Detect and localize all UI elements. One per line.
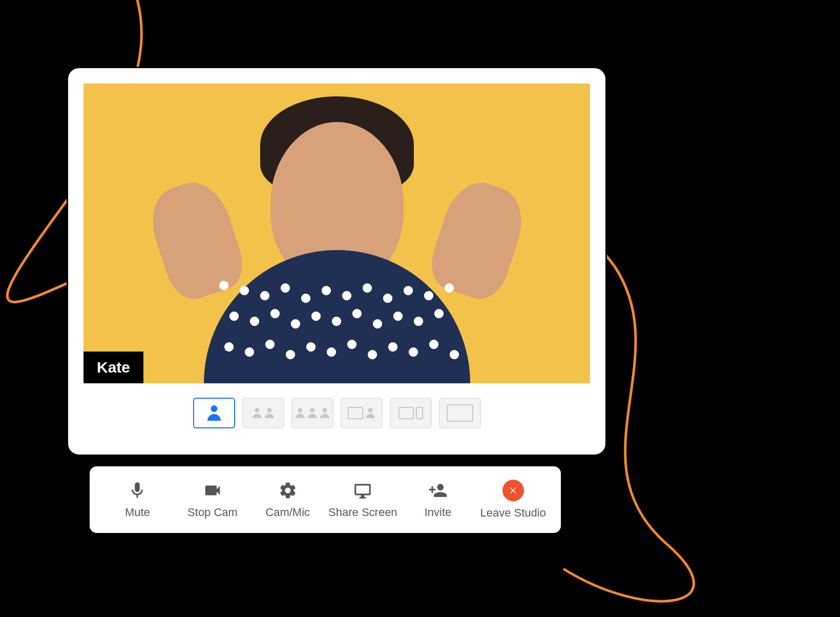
leave-label: Leave Studio — [480, 506, 545, 520]
stop-cam-label: Stop Cam — [187, 506, 238, 519]
studio-window: Kate — [67, 67, 607, 456]
camera-icon — [202, 480, 223, 501]
layout-option-screen-side[interactable] — [390, 398, 432, 428]
share-screen-button[interactable]: Share Screen — [325, 466, 401, 533]
add-person-icon — [428, 480, 448, 501]
close-icon — [502, 480, 524, 501]
invite-button[interactable]: Invite — [401, 466, 476, 533]
layout-option-two-up[interactable] — [242, 398, 284, 428]
share-screen-label: Share Screen — [328, 506, 397, 519]
participant-name-tag: Kate — [83, 352, 143, 383]
layout-option-screen-only[interactable] — [439, 398, 481, 428]
mute-button[interactable]: Mute — [100, 466, 175, 533]
gear-icon — [278, 480, 298, 501]
leave-studio-button[interactable]: Leave Studio — [475, 466, 551, 533]
video-feed: Kate — [83, 84, 590, 383]
participant-video-placeholder — [178, 96, 496, 383]
layout-option-screen-plus-one[interactable] — [341, 398, 383, 428]
monitor-icon — [352, 480, 373, 501]
layout-option-solo[interactable] — [193, 398, 235, 428]
layout-selector — [68, 398, 605, 428]
layout-option-three-up[interactable] — [291, 398, 333, 428]
stop-cam-button[interactable]: Stop Cam — [175, 466, 250, 533]
microphone-icon — [127, 480, 148, 501]
invite-label: Invite — [425, 506, 452, 519]
cam-mic-settings-button[interactable]: Cam/Mic — [250, 466, 325, 533]
studio-toolbar: Mute Stop Cam Cam/Mic Share Screen Invit… — [90, 466, 561, 533]
cam-mic-label: Cam/Mic — [265, 506, 310, 519]
mute-label: Mute — [125, 506, 150, 519]
